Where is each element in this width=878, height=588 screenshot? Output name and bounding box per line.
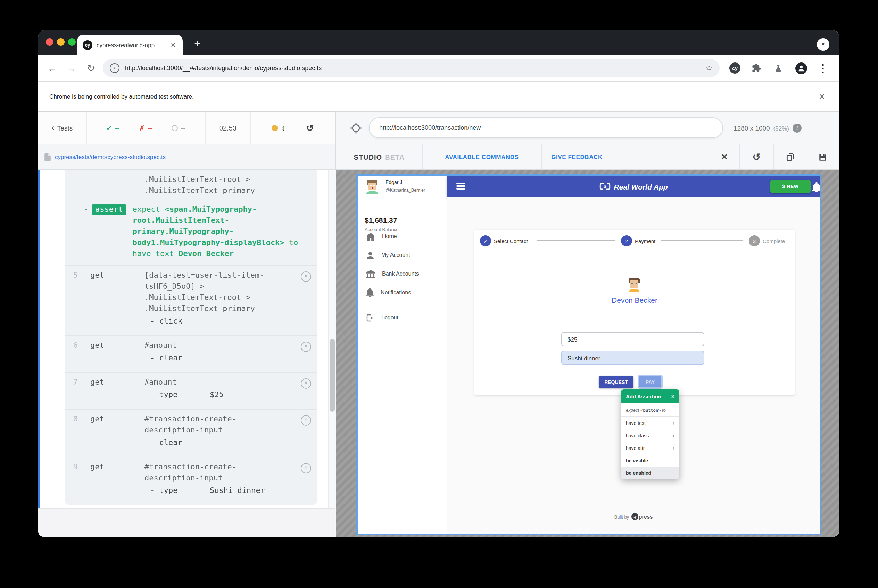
scrollbar-thumb[interactable] [330, 339, 335, 412]
extensions-puzzle-icon[interactable] [749, 60, 764, 76]
infobar-close-icon[interactable]: ✕ [819, 92, 825, 101]
sidebar-item-logout[interactable]: Logout [358, 308, 447, 327]
bell-icon [366, 288, 374, 297]
assertion-be-visible[interactable]: be visible [621, 454, 680, 466]
command-row[interactable]: 6 get #amount - clear × [65, 335, 317, 372]
assertion-be-enabled[interactable]: be enabled [621, 466, 680, 479]
zoom-window-button[interactable] [68, 38, 76, 46]
give-feedback-link[interactable]: GIVE FEEDBACK [541, 144, 709, 170]
studio-copy-button[interactable] [774, 144, 806, 170]
pay-button[interactable]: PAY [637, 375, 663, 389]
studio-restart-button[interactable]: ↺ [740, 144, 774, 170]
close-window-button[interactable] [46, 38, 54, 46]
chevron-right-icon: › [673, 445, 675, 451]
assert-badge: assert [92, 204, 126, 215]
studio-close-button[interactable]: ✕ [710, 144, 740, 170]
cypress-extension-icon[interactable]: cy [727, 60, 743, 76]
avatar [795, 62, 807, 74]
assertion-have-class[interactable]: have class› [621, 429, 680, 441]
new-tab-button[interactable]: + [188, 34, 206, 52]
delete-command-icon[interactable]: × [301, 415, 311, 426]
profile-avatar-icon[interactable] [793, 60, 809, 76]
aut-url-input[interactable]: http://localhost:3000/transaction/new [369, 117, 723, 138]
forward-icon: → [63, 60, 80, 76]
assertion-have-attr[interactable]: have attr› [621, 441, 680, 454]
sidebar-item-my-account[interactable]: My Account [358, 246, 447, 264]
svg-text:$: $ [603, 184, 606, 189]
sidebar-item-notifications[interactable]: Notifications [358, 283, 447, 302]
notification-badge: 8 [819, 177, 821, 184]
amount-value: $25 [567, 336, 577, 343]
bookmark-star-icon[interactable]: ☆ [705, 63, 713, 73]
tab-search-button[interactable]: ▼ [817, 38, 829, 51]
description-input[interactable]: Sushi dinner [561, 351, 704, 365]
flask-extension-icon[interactable] [770, 60, 786, 76]
user-icon [366, 251, 374, 259]
back-icon[interactable]: ← [44, 60, 60, 76]
cypress-extension-badge: cy [729, 63, 740, 74]
auto-scroll-toggle[interactable]: ↕ [272, 124, 285, 132]
amount-input[interactable]: $25 [561, 332, 704, 346]
browser-menu-icon[interactable]: ⋮ [815, 60, 831, 76]
spec-path-link[interactable]: cypress/tests/demo/cypress-studio.spec.t… [55, 153, 166, 160]
step-select-contact-label: Select Contact [494, 238, 528, 244]
copy-icon [785, 152, 794, 162]
request-button[interactable]: REQUEST [599, 376, 633, 388]
reporter-scrollbar[interactable] [328, 170, 335, 537]
contact-name-link[interactable]: Devon Becker [474, 296, 795, 304]
browser-tab[interactable]: cy cypress-realworld-app ✕ [77, 35, 183, 55]
command-row[interactable]: 7 get #amount - type$25 × [65, 372, 317, 409]
duration-cell: 02.53 [206, 112, 251, 144]
bank-icon [366, 270, 375, 278]
notifications-bell-button[interactable]: 8 [809, 179, 821, 194]
back-to-tests-button[interactable]: ‹ Tests [38, 112, 87, 144]
assertion-menu-close-icon[interactable]: × [671, 393, 675, 399]
studio-toolbar: STUDIO BETA AVAILABLE COMMANDS GIVE FEED… [336, 144, 839, 170]
assertion-have-text[interactable]: have text› [621, 417, 680, 429]
command-row[interactable]: 5 get [data-test=user-list-item- tsHF6_D… [65, 265, 317, 335]
test-stats: ✓-- ✗-- -- [87, 112, 206, 144]
address-bar[interactable]: i http://localhost:3000/__/#/tests/integ… [103, 59, 720, 77]
app-brand: $ Real World App [447, 176, 819, 197]
delete-command-icon[interactable]: × [301, 463, 311, 474]
new-transaction-button[interactable]: $ NEW [770, 180, 810, 193]
delete-command-icon[interactable]: × [301, 342, 311, 352]
tab-close-icon[interactable]: ✕ [169, 40, 177, 50]
user-avatar [365, 179, 380, 194]
sidebar-item-home[interactable]: Home [358, 227, 447, 246]
delete-command-icon[interactable]: × [301, 378, 311, 389]
assert-command-row[interactable]: - assert expect <span.MuiTypography- roo… [65, 201, 317, 265]
tab-title: cypress-realworld-app [96, 41, 169, 48]
assertion-menu-title: Add Assertion [626, 393, 661, 399]
command-log: .MuiListItemText-root > .MuiListItemText… [38, 170, 335, 508]
app-sidebar: Edgar J @Katharina_Bernier $1,681.37 Acc… [358, 176, 447, 534]
reload-icon[interactable]: ↻ [83, 60, 99, 76]
sidebar-item-bank-accounts[interactable]: Bank Accounts [358, 264, 447, 283]
viewport-info-icon[interactable]: i [792, 124, 801, 133]
viewport-dimensions: 1280 x 1000 [734, 124, 770, 132]
delete-command-icon[interactable]: × [301, 272, 311, 282]
command-row-partial[interactable]: .MuiListItemText-root > .MuiListItemText… [65, 170, 317, 201]
cypress-wordmark: press [639, 513, 652, 520]
command-row[interactable]: 9 get #transaction-create- description-i… [65, 457, 317, 505]
reporter-footer-spacer [38, 508, 335, 537]
url-text[interactable]: http://localhost:3000/__/#/tests/integra… [125, 64, 705, 72]
pending-count: -- [181, 124, 185, 132]
minimize-window-button[interactable] [57, 38, 65, 46]
app-main: ✓ Select Contact 2 Payment 3 Complete [447, 197, 819, 534]
built-by-label: Built by [614, 514, 629, 519]
auto-scroll-indicator-icon [272, 124, 278, 131]
restart-tests-icon[interactable]: ↺ [306, 123, 314, 133]
command-row[interactable]: 8 get #transaction-create- description-i… [65, 409, 317, 457]
chevron-right-icon: › [673, 420, 675, 426]
studio-title: STUDIO BETA [336, 144, 423, 170]
selector-playground-icon[interactable] [350, 122, 362, 134]
description-value: Sushi dinner [567, 354, 600, 362]
studio-save-button[interactable] [806, 144, 839, 170]
stepper-line [537, 240, 615, 241]
selector-line: .MuiListItemText-primary [144, 185, 306, 196]
page-info-icon[interactable]: i [110, 63, 119, 73]
available-commands-link[interactable]: AVAILABLE COMMANDS [423, 144, 542, 170]
add-assertion-menu: Add Assertion × expect <button> to have … [621, 390, 680, 479]
reporter-header: ‹ Tests ✓-- ✗-- -- 02.53 ↕ ↺ [38, 112, 335, 144]
